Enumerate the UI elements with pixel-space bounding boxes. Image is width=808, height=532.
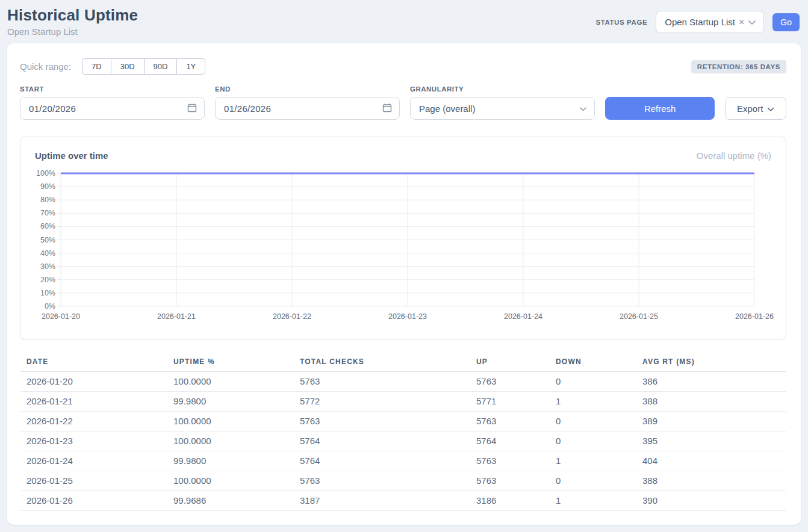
uptime-chart: 0%10%20%30%40%50%60%70%80%90%100%2026-01…	[35, 167, 774, 324]
start-date-input[interactable]: 01/20/2026	[20, 97, 205, 120]
table-cell: 5764	[294, 431, 470, 451]
col-header-avg-rt: AVG RT (MS)	[636, 354, 786, 372]
col-header-date: DATE	[20, 354, 167, 372]
status-page-label: STATUS PAGE	[595, 19, 647, 26]
chevron-down-icon	[748, 17, 756, 27]
table-row: 2026-01-23100.0000576457640395	[20, 431, 786, 451]
table-cell: 0	[550, 372, 636, 392]
table-cell: 388	[636, 392, 786, 412]
chevron-down-icon	[767, 104, 774, 114]
calendar-icon[interactable]	[382, 103, 392, 114]
table-cell: 386	[636, 372, 786, 392]
chart-header: Uptime over time Overall uptime (%)	[35, 150, 771, 161]
svg-text:40%: 40%	[40, 249, 55, 258]
table-cell: 5763	[294, 372, 470, 392]
svg-text:90%: 90%	[40, 182, 55, 191]
svg-text:100%: 100%	[36, 169, 55, 178]
main-card: Quick range: 7D 30D 90D 1Y RETENTION: 36…	[7, 43, 801, 525]
table-row: 2026-01-20100.0000576357630386	[20, 372, 786, 392]
table-cell: 5763	[294, 471, 470, 491]
table-cell: 390	[636, 491, 786, 511]
retention-badge: RETENTION: 365 DAYS	[691, 60, 786, 73]
table-cell: 2026-01-24	[20, 451, 167, 471]
uptime-chart-panel: Uptime over time Overall uptime (%) 0%10…	[20, 137, 786, 339]
page-subtitle: Open Startup List	[7, 26, 138, 37]
start-date-field: START 01/20/2026	[20, 85, 205, 120]
header-right: STATUS PAGE Open Startup List × Go	[595, 11, 800, 33]
export-button[interactable]: Export	[725, 97, 786, 120]
quick-range-7d-button[interactable]: 7D	[82, 58, 111, 75]
end-date-label: END	[215, 85, 400, 93]
table-cell: 5763	[470, 372, 550, 392]
go-button[interactable]: Go	[772, 13, 800, 31]
table-cell: 2026-01-22	[20, 412, 167, 431]
table-row: 2026-01-22100.0000576357630389	[20, 412, 786, 431]
uptime-table: DATE UPTIME % TOTAL CHECKS UP DOWN AVG R…	[20, 354, 786, 511]
svg-text:50%: 50%	[40, 236, 55, 244]
quick-range-1y-button[interactable]: 1Y	[176, 58, 205, 75]
svg-text:70%: 70%	[40, 209, 55, 217]
quick-range-30d-button[interactable]: 30D	[111, 58, 144, 75]
svg-text:2026-01-24: 2026-01-24	[504, 312, 542, 321]
svg-text:2026-01-21: 2026-01-21	[157, 312, 196, 321]
quick-range-90d-button[interactable]: 90D	[144, 58, 177, 75]
table-cell: 0	[550, 471, 636, 491]
table-row: 2026-01-2199.9800577257711388	[20, 392, 786, 412]
table-cell: 1	[550, 451, 636, 471]
end-date-value: 01/26/2026	[224, 104, 271, 114]
page-title: Historical Uptime	[7, 6, 138, 25]
clear-selection-icon[interactable]: ×	[739, 17, 744, 27]
table-cell: 2026-01-21	[20, 392, 167, 412]
table-cell: 5764	[470, 431, 550, 451]
end-date-input[interactable]: 01/26/2026	[215, 97, 400, 120]
svg-text:20%: 20%	[40, 276, 55, 284]
table-cell: 100.0000	[167, 431, 294, 451]
table-cell: 5763	[470, 451, 550, 471]
granularity-field: GRANULARITY Page (overall)	[410, 85, 595, 120]
table-cell: 2026-01-20	[20, 372, 167, 392]
quick-range-buttons: 7D 30D 90D 1Y	[82, 58, 205, 75]
table-cell: 5763	[470, 412, 550, 431]
chart-title: Uptime over time	[35, 150, 108, 161]
table-cell: 100.0000	[167, 412, 294, 431]
quick-range-group: Quick range: 7D 30D 90D 1Y	[20, 58, 205, 75]
col-header-uptime: UPTIME %	[167, 354, 294, 372]
refresh-button[interactable]: Refresh	[605, 97, 715, 120]
svg-text:0%: 0%	[45, 302, 55, 311]
svg-text:30%: 30%	[40, 262, 55, 271]
quick-range-label: Quick range:	[20, 61, 71, 72]
status-page-select[interactable]: Open Startup List ×	[656, 11, 764, 33]
table-cell: 5771	[470, 392, 550, 412]
svg-text:2026-01-26: 2026-01-26	[735, 312, 774, 321]
granularity-select[interactable]: Page (overall)	[410, 97, 595, 120]
svg-text:2026-01-25: 2026-01-25	[620, 312, 658, 321]
svg-text:80%: 80%	[40, 196, 55, 204]
table-cell: 5763	[470, 471, 550, 491]
filters-row: START 01/20/2026 END 01/26/2026 GRANULAR…	[20, 85, 786, 120]
export-button-label: Export	[737, 104, 763, 114]
status-page-selected-value: Open Startup List	[665, 17, 735, 27]
granularity-selected-value: Page (overall)	[419, 104, 475, 114]
svg-text:2026-01-23: 2026-01-23	[388, 312, 427, 321]
table-cell: 99.9800	[167, 451, 294, 471]
table-row: 2026-01-25100.0000576357630388	[20, 471, 786, 491]
quick-range-row: Quick range: 7D 30D 90D 1Y RETENTION: 36…	[20, 58, 786, 75]
table-cell: 395	[636, 431, 786, 451]
table-cell: 1	[550, 491, 636, 511]
table-cell: 5772	[294, 392, 470, 412]
uptime-table-wrap: DATE UPTIME % TOTAL CHECKS UP DOWN AVG R…	[20, 354, 786, 511]
svg-text:2026-01-22: 2026-01-22	[273, 312, 311, 321]
table-cell: 100.0000	[167, 372, 294, 392]
chevron-down-icon	[579, 104, 587, 114]
svg-text:60%: 60%	[40, 222, 55, 230]
col-header-total-checks: TOTAL CHECKS	[294, 354, 470, 372]
table-cell: 388	[636, 471, 786, 491]
granularity-label: GRANULARITY	[410, 85, 595, 93]
end-date-field: END 01/26/2026	[215, 85, 400, 120]
table-row: 2026-01-2499.9800576457631404	[20, 451, 786, 471]
table-cell: 389	[636, 412, 786, 431]
calendar-icon[interactable]	[187, 103, 197, 114]
table-cell: 2026-01-25	[20, 471, 167, 491]
table-cell: 0	[550, 412, 636, 431]
table-cell: 99.9800	[167, 392, 294, 412]
